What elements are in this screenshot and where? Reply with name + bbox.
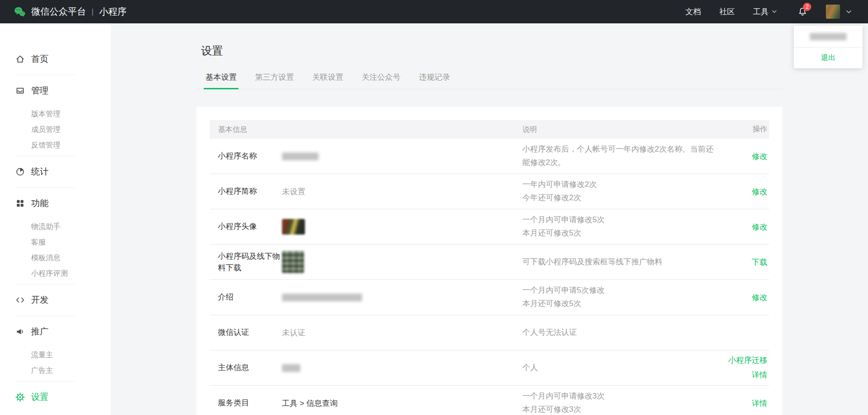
nav-docs[interactable]: 文档 [685, 6, 701, 17]
sidebar-subitem-advertiser[interactable]: 广告主 [31, 363, 111, 378]
sidebar-subitem-template-message[interactable]: 模板消息 [31, 250, 111, 266]
row-description: 一个月内可申请5次修改 本月还可修改5次 [522, 284, 724, 311]
mini-program-migration-link[interactable]: 小程序迁移 [724, 353, 767, 368]
sidebar-item-label: 开发 [31, 294, 49, 306]
sidebar-item-promotion[interactable]: 推广 [16, 316, 111, 347]
avatar-image-blurred [826, 5, 840, 19]
sidebar-section-features: 功能 物流助手 客服 模板消息 小程序评测 [16, 188, 111, 284]
modify-link[interactable]: 修改 [752, 186, 767, 197]
row-description: 个人号无法认证 [522, 326, 724, 339]
modify-link[interactable]: 修改 [752, 222, 767, 232]
user-avatar[interactable] [826, 5, 840, 19]
account-name-row [794, 26, 863, 47]
row-mini-program-name: 小程序名称 小程序发布后，个人帐号可一年内修改2次名称。当前还能修改2次。 修改 [210, 139, 769, 174]
sidebar-item-label: 统计 [31, 166, 49, 178]
row-mini-program-code-download: 小程序码及线下物料下载 可下载小程序码及搜索框等线下推广物料 下载 [210, 245, 769, 280]
sidebar-section-home: 首页 [16, 44, 111, 75]
sidebar-subitem-traffic-owner[interactable]: 流量主 [31, 347, 111, 363]
sidebar-subitem-customer-service[interactable]: 客服 [31, 235, 111, 250]
nav-tools-label: 工具 [753, 6, 769, 17]
top-header: 微信公众平台 | 小程序 文档 社区 工具 2 [0, 0, 868, 23]
sidebar-item-settings[interactable]: 设置 [16, 382, 111, 413]
col-header-basic-info: 基本信息 [210, 124, 282, 135]
sidebar-subitem-feedback-management[interactable]: 反馈管理 [31, 137, 111, 153]
code-icon [16, 295, 25, 305]
description-text: 个人 [522, 361, 716, 375]
row-label: 小程序名称 [210, 150, 282, 162]
description-line-2: 本月还可修改5次 [522, 227, 716, 240]
sidebar-item-stats[interactable]: 统计 [16, 156, 111, 187]
row-label: 主体信息 [210, 362, 282, 374]
row-value [282, 219, 522, 235]
row-label: 小程序头像 [210, 221, 282, 233]
content-container: 设置 基本设置 第三方设置 关联设置 关注公众号 违规记录 基本信息 说明 操作… [196, 44, 782, 415]
tab-violation-records[interactable]: 违规记录 [418, 68, 451, 89]
col-header-action: 操作 [724, 125, 769, 134]
sidebar-subitem-miniprogram-evaluation[interactable]: 小程序评测 [31, 266, 111, 281]
nav-community[interactable]: 社区 [719, 6, 735, 17]
row-label: 微信认证 [210, 327, 282, 339]
account-chevron-icon[interactable] [846, 10, 852, 14]
platform-title: 微信公众平台 [31, 5, 86, 18]
row-description: 一年内可申请修改2次 今年还可修改2次 [522, 178, 724, 205]
row-actions: 修改 [724, 292, 769, 303]
row-service-category: 服务类目 工具 > 信息查询 一个月内可申请修改3次 本月还可修改3次 详情 [210, 386, 769, 415]
introduction-blurred [282, 294, 362, 301]
mini-program-avatar-image [282, 219, 305, 235]
sidebar-subgroup-features: 物流助手 客服 模板消息 小程序评测 [16, 219, 111, 284]
description-line-2: 本月还可修改3次 [522, 403, 716, 415]
sidebar-section-develop: 开发 [16, 284, 111, 316]
megaphone-icon [16, 327, 25, 336]
details-link[interactable]: 详情 [752, 398, 767, 409]
row-actions: 小程序迁移 详情 [724, 353, 769, 383]
tab-third-party-settings[interactable]: 第三方设置 [254, 68, 295, 89]
download-link[interactable]: 下载 [752, 257, 767, 268]
title-separator: | [92, 7, 93, 16]
sidebar-item-label: 设置 [31, 391, 49, 403]
sidebar-item-develop[interactable]: 开发 [16, 284, 111, 316]
account-name-blurred [810, 33, 846, 40]
row-label: 服务类目 [210, 397, 282, 409]
row-actions: 修改 [724, 186, 769, 197]
sidebar-item-label: 首页 [31, 53, 49, 65]
row-subject-info: 主体信息 个人 小程序迁移 详情 [210, 350, 769, 386]
row-label: 介绍 [210, 291, 282, 303]
row-actions: 下载 [724, 257, 769, 268]
sidebar-item-label: 功能 [31, 197, 49, 209]
sidebar-subitem-version-management[interactable]: 版本管理 [31, 106, 111, 122]
value-text: 未认证 [282, 328, 305, 338]
subject-info-blurred [282, 364, 300, 372]
tab-basic-settings[interactable]: 基本设置 [205, 68, 238, 89]
nav-tools[interactable]: 工具 [753, 6, 777, 17]
notification-badge: 2 [803, 3, 811, 11]
tab-linked-settings[interactable]: 关联设置 [311, 68, 344, 89]
page-title: 设置 [201, 44, 782, 58]
wechat-logo-icon [14, 6, 26, 18]
row-description: 一个月内可申请修改5次 本月还可修改5次 [522, 213, 724, 240]
row-value [282, 251, 522, 273]
description-line-2: 今年还可修改2次 [522, 191, 716, 205]
sidebar-item-features[interactable]: 功能 [16, 188, 111, 219]
row-value [282, 153, 522, 160]
description-text: 可下载小程序码及搜索框等线下推广物料 [522, 256, 716, 269]
sidebar-item-label: 推广 [31, 326, 49, 338]
details-link[interactable]: 详情 [724, 368, 767, 382]
row-actions: 详情 [724, 398, 769, 409]
top-nav: 文档 社区 工具 2 [667, 5, 852, 19]
modify-link[interactable]: 修改 [752, 151, 767, 162]
mini-program-qr-image [282, 251, 304, 273]
sidebar-item-manage[interactable]: 管理 [16, 75, 111, 106]
sidebar-subgroup-promotion: 流量主 广告主 [16, 347, 111, 381]
sidebar-subitem-logistics-assistant[interactable]: 物流助手 [31, 219, 111, 235]
product-title: 小程序 [99, 5, 126, 18]
logout-button[interactable]: 退出 [794, 47, 863, 68]
row-value [282, 364, 522, 372]
sidebar-item-home[interactable]: 首页 [16, 44, 111, 75]
sidebar-subitem-member-management[interactable]: 成员管理 [31, 122, 111, 137]
description-line-2: 本月还可修改5次 [522, 297, 716, 311]
tab-follow-official-account[interactable]: 关注公众号 [361, 68, 401, 89]
settings-tabs: 基本设置 第三方设置 关联设置 关注公众号 违规记录 [196, 68, 782, 89]
modify-link[interactable]: 修改 [752, 292, 767, 303]
row-label: 小程序简称 [210, 186, 282, 197]
notification-bell[interactable]: 2 [797, 7, 808, 17]
